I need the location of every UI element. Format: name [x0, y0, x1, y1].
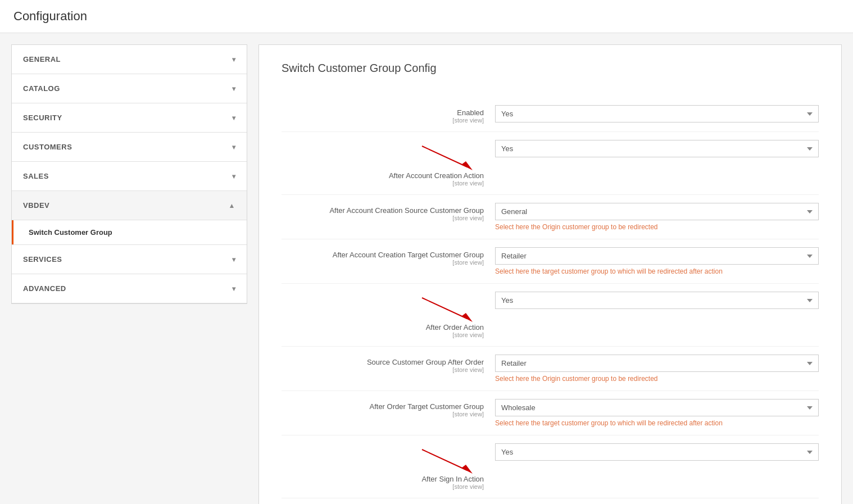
config-scope-enabled: [store view] [282, 117, 484, 124]
config-control-source-customer-group-after-order: GeneralRetailerWholesaleNOT LOGGED INSel… [495, 355, 819, 383]
chevron-services-icon: ▾ [232, 256, 236, 264]
sidebar-item-sales[interactable]: SALES▾ [12, 162, 247, 191]
config-row-after-account-creation-target: After Account Creation Target Customer G… [282, 239, 819, 284]
config-control-after-order-action: YesNo [495, 292, 819, 309]
config-control-after-sign-in-action: YesNo [495, 443, 819, 461]
config-select-source-customer-group-after-order[interactable]: GeneralRetailerWholesaleNOT LOGGED IN [495, 355, 819, 372]
config-row-source-customer-group-after-order: Source Customer Group After Order[store … [282, 347, 819, 391]
svg-marker-3 [461, 313, 473, 322]
sidebar-item-label-vbdev: VBDEV [23, 201, 49, 210]
config-select-after-account-creation-source[interactable]: GeneralRetailerWholesaleNOT LOGGED IN [495, 203, 819, 220]
sidebar-item-catalog[interactable]: CATALOG▾ [12, 74, 247, 103]
config-hint-after-account-creation-source: Select here the Origin customer group to… [495, 223, 819, 231]
config-label-after-sign-in-action: After Sign In Action[store view] [421, 475, 484, 490]
page-header: Configuration [0, 0, 853, 33]
config-row-after-order-action: After Order Action[store view]YesNo [282, 284, 819, 347]
config-scope-source-customer-group-after-order: [store view] [282, 366, 484, 373]
section-title: Switch Customer Group Config [282, 62, 819, 80]
config-scope-after-account-creation-target: [store view] [282, 259, 484, 266]
config-label-cell-source-customer-group-after-order: Source Customer Group After Order[store … [282, 355, 495, 373]
sidebar-item-label-security: SECURITY [23, 113, 62, 122]
svg-marker-1 [461, 161, 473, 170]
sidebar-item-header-general[interactable]: GENERAL▾ [12, 45, 247, 74]
config-row-after-sign-in-source: After Sign In Source Customer Group[stor… [282, 498, 819, 504]
config-label-cell-after-account-creation-action: After Account Creation Action[store view… [282, 140, 495, 187]
sidebar-item-label-advanced: ADVANCED [23, 284, 66, 293]
arrow-after-order-action-icon [416, 295, 484, 323]
config-select-enabled[interactable]: YesNo [495, 105, 819, 122]
config-label-after-account-creation-target: After Account Creation Target Customer G… [282, 251, 484, 266]
page-title: Configuration [13, 9, 840, 24]
sidebar-item-header-vbdev[interactable]: VBDEV▲ [12, 191, 247, 220]
sidebar-item-header-security[interactable]: SECURITY▾ [12, 103, 247, 132]
chevron-security-icon: ▾ [232, 114, 236, 122]
chevron-customers-icon: ▾ [232, 143, 236, 151]
chevron-vbdev-icon: ▲ [229, 202, 235, 210]
config-hint-source-customer-group-after-order: Select here the Origin customer group to… [495, 375, 819, 383]
sidebar-item-header-sales[interactable]: SALES▾ [12, 162, 247, 190]
config-select-after-account-creation-target[interactable]: GeneralRetailerWholesaleNOT LOGGED IN [495, 247, 819, 265]
chevron-sales-icon: ▾ [232, 172, 236, 180]
config-row-after-order-target: After Order Target Customer Group[store … [282, 391, 819, 435]
config-scope-after-account-creation-source: [store view] [282, 215, 484, 221]
sidebar-item-security[interactable]: SECURITY▾ [12, 103, 247, 133]
config-control-after-account-creation-source: GeneralRetailerWholesaleNOT LOGGED INSel… [495, 203, 819, 231]
config-scope-after-sign-in-action: [store view] [421, 483, 484, 490]
config-row-after-sign-in-action: After Sign In Action[store view]YesNo [282, 435, 819, 498]
config-scope-after-order-target: [store view] [282, 411, 484, 417]
sidebar-subitem-switch-customer-group[interactable]: Switch Customer Group [12, 220, 247, 244]
sidebar-item-general[interactable]: GENERAL▾ [12, 45, 247, 74]
sidebar-item-label-catalog: CATALOG [23, 84, 60, 93]
config-label-cell-after-account-creation-target: After Account Creation Target Customer G… [282, 247, 495, 266]
svg-marker-5 [461, 465, 473, 474]
sidebar-item-customers[interactable]: CUSTOMERS▾ [12, 133, 247, 162]
sidebar-item-label-customers: CUSTOMERS [23, 143, 72, 151]
config-hint-after-order-target: Select here the target customer group to… [495, 419, 819, 427]
sidebar-item-label-general: GENERAL [23, 55, 61, 63]
config-control-after-account-creation-target: GeneralRetailerWholesaleNOT LOGGED INSel… [495, 247, 819, 275]
config-scope-after-account-creation-action: [store view] [389, 180, 484, 187]
config-select-after-sign-in-action[interactable]: YesNo [495, 443, 819, 461]
config-control-enabled: YesNo [495, 105, 819, 122]
chevron-catalog-icon: ▾ [232, 85, 236, 93]
config-label-cell-after-sign-in-action: After Sign In Action[store view] [282, 443, 495, 490]
config-row-after-account-creation-action: After Account Creation Action[store view… [282, 132, 819, 195]
arrow-after-account-creation-action-icon [416, 143, 484, 171]
config-control-after-order-target: GeneralRetailerWholesaleNOT LOGGED INSel… [495, 399, 819, 427]
svg-line-4 [422, 449, 467, 470]
main-content: Switch Customer Group Config Enabled[sto… [258, 44, 842, 504]
config-table: Enabled[store view]YesNoAfter Account Cr… [282, 97, 819, 504]
sidebar-item-header-advanced[interactable]: ADVANCED▾ [12, 274, 247, 303]
config-row-enabled: Enabled[store view]YesNo [282, 97, 819, 132]
sidebar-item-header-catalog[interactable]: CATALOG▾ [12, 74, 247, 103]
svg-line-0 [422, 146, 467, 167]
config-scope-after-order-action: [store view] [426, 332, 484, 338]
config-control-after-account-creation-action: YesNo [495, 140, 819, 157]
submenu-vbdev: Switch Customer Group [12, 220, 247, 244]
chevron-advanced-icon: ▾ [232, 285, 236, 293]
config-label-cell-enabled: Enabled[store view] [282, 105, 495, 124]
sidebar-item-header-services[interactable]: SERVICES▾ [12, 245, 247, 274]
config-select-after-order-action[interactable]: YesNo [495, 292, 819, 309]
sidebar-item-services[interactable]: SERVICES▾ [12, 245, 247, 274]
config-select-after-order-target[interactable]: GeneralRetailerWholesaleNOT LOGGED IN [495, 399, 819, 416]
sidebar-item-header-customers[interactable]: CUSTOMERS▾ [12, 133, 247, 161]
config-label-after-account-creation-action: After Account Creation Action[store view… [389, 171, 484, 187]
config-label-source-customer-group-after-order: Source Customer Group After Order[store … [282, 358, 484, 373]
config-row-after-account-creation-source: After Account Creation Source Customer G… [282, 195, 819, 239]
config-label-cell-after-order-target: After Order Target Customer Group[store … [282, 399, 495, 417]
config-label-after-order-action: After Order Action[store view] [426, 323, 484, 338]
config-label-cell-after-account-creation-source: After Account Creation Source Customer G… [282, 203, 495, 221]
config-label-after-account-creation-source: After Account Creation Source Customer G… [282, 206, 484, 221]
config-hint-after-account-creation-target: Select here the target customer group to… [495, 267, 819, 275]
sidebar: GENERAL▾CATALOG▾SECURITY▾CUSTOMERS▾SALES… [11, 44, 247, 304]
config-label-cell-after-order-action: After Order Action[store view] [282, 292, 495, 338]
config-select-after-account-creation-action[interactable]: YesNo [495, 140, 819, 157]
sidebar-item-vbdev[interactable]: VBDEV▲Switch Customer Group [12, 191, 247, 245]
sidebar-item-advanced[interactable]: ADVANCED▾ [12, 274, 247, 303]
config-label-enabled: Enabled[store view] [282, 108, 484, 124]
config-label-after-order-target: After Order Target Customer Group[store … [282, 402, 484, 417]
chevron-general-icon: ▾ [232, 56, 236, 63]
arrow-after-sign-in-action-icon [416, 447, 484, 475]
sidebar-item-label-sales: SALES [23, 172, 49, 180]
